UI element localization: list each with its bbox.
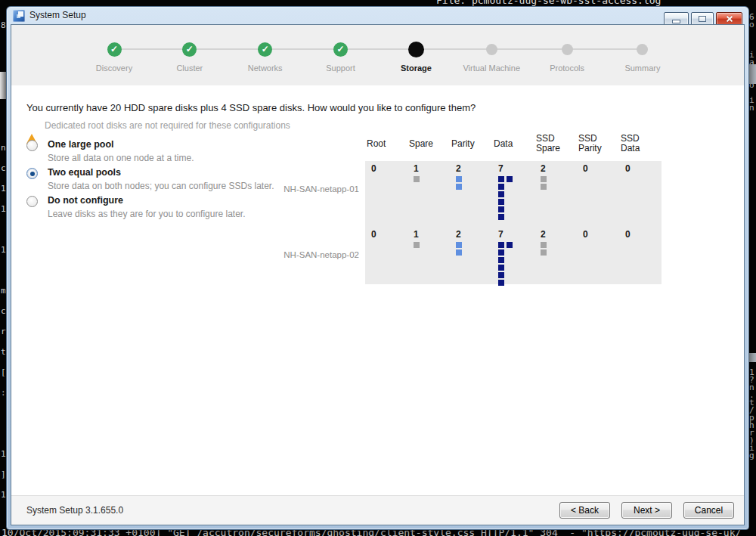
disk-count: 0 xyxy=(625,163,662,174)
warning-row: ! Dedicated root disks are not required … xyxy=(26,120,290,131)
dialog-content: ✓Discovery✓Cluster✓Networks✓SupportStora… xyxy=(11,24,745,525)
warning-triangle-icon: ! xyxy=(26,121,38,131)
terminal-right-edge: 6 o i a e e o i n 1 ? n . t / p h r ) i … xyxy=(749,14,754,536)
terminal-top-line: File: pcmoutz-uug-se-wb-ssl-access.log xyxy=(436,0,661,6)
disk-square xyxy=(456,249,462,256)
cancel-button[interactable]: Cancel xyxy=(683,502,734,519)
stepper-step-virtual-machine: Virtual Machine xyxy=(454,41,529,73)
option-label: Two equal pools xyxy=(48,167,274,178)
footer-bar: System Setup 3.1.655.0 < Back Next > Can… xyxy=(11,495,744,525)
disk-count: 0 xyxy=(583,163,619,174)
background-scrollbar-fragment xyxy=(0,72,6,99)
disk-count: 0 xyxy=(371,163,407,174)
disk-square xyxy=(414,242,420,248)
disk-cell-ssd-spare: 2 xyxy=(534,229,577,286)
disk-cell-parity: 2 xyxy=(450,163,492,220)
disk-cell-ssd-spare: 2 xyxy=(534,163,577,220)
disk-square xyxy=(498,272,504,278)
disk-square xyxy=(456,176,462,182)
version-text: System Setup 3.1.655.0 xyxy=(26,505,123,516)
title-bar[interactable]: System Setup xyxy=(7,7,748,24)
step-check-icon: ✓ xyxy=(181,41,198,57)
disk-square xyxy=(498,199,504,205)
disk-table-headers: RootSpareParityDataSSD SpareSSD ParitySS… xyxy=(365,131,662,156)
step-label: Protocols xyxy=(550,64,584,73)
disk-squares-data xyxy=(498,176,534,220)
step-label: Discovery xyxy=(96,64,132,73)
node-label: NH-SAN-netapp-02 xyxy=(215,250,359,259)
disk-square xyxy=(498,249,504,256)
node-label: NH-SAN-netapp-01 xyxy=(215,184,359,194)
disk-count: 2 xyxy=(456,163,492,174)
disk-squares-ssd-spare xyxy=(541,242,577,256)
column-header-ssd-data: SSD Data xyxy=(619,131,662,156)
stepper-step-storage: Storage xyxy=(378,41,454,73)
disk-square xyxy=(541,242,547,248)
system-setup-window: System Setup ✓Discovery✓Cluster✓Networks… xyxy=(6,6,749,530)
disk-square xyxy=(498,191,504,197)
step-label: Summary xyxy=(624,64,660,73)
disk-squares-parity xyxy=(456,176,492,190)
option-do-not-configure[interactable]: Do not configure Leave disks as they are… xyxy=(26,195,245,219)
storage-question-text: You currently have 20 HDD spare disks pl… xyxy=(26,102,476,113)
disk-square xyxy=(498,176,504,182)
radio-two-equal-pools[interactable] xyxy=(26,168,38,179)
step-label: Networks xyxy=(248,64,283,73)
disk-square xyxy=(541,184,547,190)
step-circle-icon xyxy=(559,41,575,57)
column-header-ssd-spare: SSD Spare xyxy=(534,131,577,156)
disk-row-NH-SAN-netapp-02: 0127200 xyxy=(365,229,662,286)
disk-row-NH-SAN-netapp-01: 0127200 xyxy=(365,163,662,220)
disk-square xyxy=(456,184,462,190)
disk-count: 2 xyxy=(541,163,577,174)
disk-count: 7 xyxy=(498,163,534,174)
disk-cell-data: 7 xyxy=(492,163,534,220)
stepper-step-cluster: ✓Cluster xyxy=(152,41,228,73)
option-description: Store all data on one node at a time. xyxy=(48,153,194,163)
disk-square xyxy=(456,242,462,248)
disk-squares-data xyxy=(498,242,534,286)
disk-square xyxy=(498,184,504,190)
disk-squares-spare xyxy=(414,242,450,248)
stepper-step-support: ✓Support xyxy=(303,41,379,73)
stepper-step-protocols: Protocols xyxy=(529,41,605,73)
step-label: Virtual Machine xyxy=(463,64,520,73)
disk-square xyxy=(507,176,513,182)
disk-square xyxy=(498,257,504,263)
disk-count: 2 xyxy=(541,229,577,240)
option-label: One large pool xyxy=(48,139,194,150)
disk-cell-ssd-parity: 0 xyxy=(577,163,619,220)
stepper-step-networks: ✓Networks xyxy=(228,41,303,73)
disk-count: 7 xyxy=(498,229,534,240)
radio-do-not-configure[interactable] xyxy=(26,196,38,207)
back-button[interactable]: < Back xyxy=(559,502,610,519)
disk-square xyxy=(498,214,504,220)
step-circle-icon xyxy=(483,41,500,57)
disk-cell-spare: 1 xyxy=(407,229,450,286)
stepper-step-discovery: ✓Discovery xyxy=(76,41,152,73)
option-label: Do not configure xyxy=(48,195,245,206)
option-description: Leave disks as they are for you to confi… xyxy=(48,209,245,219)
disk-count: 1 xyxy=(414,163,450,174)
step-check-icon: ✓ xyxy=(257,41,274,57)
disk-count: 0 xyxy=(625,229,662,240)
disk-square xyxy=(498,280,504,286)
background-scrollbar-fragment xyxy=(748,64,756,84)
step-check-icon: ✓ xyxy=(333,41,349,57)
warning-text: Dedicated root disks are not required fo… xyxy=(45,120,290,131)
next-button[interactable]: Next > xyxy=(621,502,672,519)
step-circle-icon xyxy=(407,41,424,57)
disk-count: 2 xyxy=(456,229,492,240)
step-circle-icon xyxy=(634,41,651,57)
step-check-icon: ✓ xyxy=(106,41,122,57)
disk-cell-spare: 1 xyxy=(407,163,450,220)
option-one-large-pool[interactable]: One large pool Store all data on one nod… xyxy=(26,139,194,163)
step-label: Cluster xyxy=(176,64,203,73)
disk-square xyxy=(507,242,513,248)
disk-table-panel: 01272000127200 xyxy=(365,161,662,284)
minimize-icon xyxy=(672,20,680,23)
disk-square xyxy=(498,242,504,248)
radio-one-large-pool[interactable] xyxy=(26,140,38,151)
disk-count: 0 xyxy=(371,229,407,240)
disk-cell-root: 0 xyxy=(365,229,407,286)
